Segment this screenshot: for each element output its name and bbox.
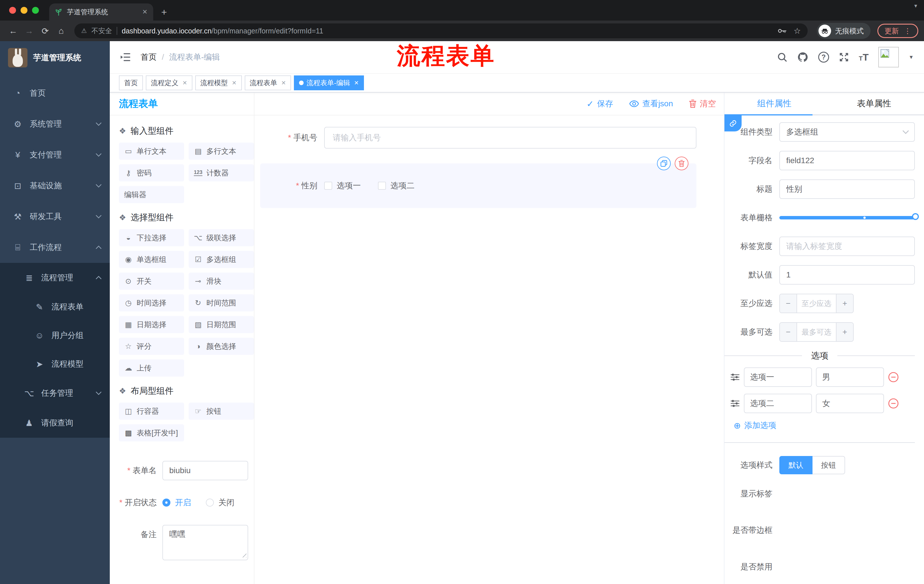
avatar-caret-icon[interactable]: ▼	[909, 54, 914, 60]
palette-item-颜色选择[interactable]: ◑颜色选择	[189, 338, 254, 355]
palette-item-多选框组[interactable]: ☑多选框组	[189, 251, 254, 268]
search-icon[interactable]	[777, 52, 787, 62]
reload-icon[interactable]: ⟳	[38, 26, 53, 36]
status-radio-off[interactable]: 关闭	[206, 497, 234, 508]
clear-button[interactable]: 清空	[689, 98, 716, 109]
stepper-decrease-button[interactable]: −	[780, 294, 797, 313]
checkbox-icon[interactable]	[378, 182, 386, 190]
tab-search-caret-icon[interactable]: ▾	[914, 2, 917, 9]
palette-item-开关[interactable]: ⊙开关	[119, 273, 184, 290]
option-value-input[interactable]	[816, 394, 884, 413]
minimize-window-button[interactable]	[21, 7, 28, 14]
external-link-tag[interactable]	[724, 115, 742, 132]
save-button[interactable]: ✓保存	[586, 98, 613, 109]
field-name-input[interactable]	[779, 151, 915, 170]
fullscreen-icon[interactable]	[839, 52, 849, 62]
palette-item-多行文本[interactable]: ▤多行文本	[189, 143, 254, 160]
palette-item-时间选择[interactable]: ◷时间选择	[119, 294, 184, 311]
zoom-window-button[interactable]	[32, 7, 39, 14]
palette-item-计数器[interactable]: 123计数器	[189, 164, 254, 181]
remove-option-icon[interactable]	[888, 372, 899, 383]
palette-item-时间范围[interactable]: ↻时间范围	[189, 294, 254, 311]
sidebar-item-流程模型[interactable]: ➤流程模型	[0, 350, 110, 378]
sidebar-item-请假查询[interactable]: ♟请假查询	[0, 408, 110, 438]
tab-close-icon[interactable]: ✕	[142, 8, 147, 16]
label-width-input[interactable]	[779, 237, 915, 256]
gender-option-选项二[interactable]: 选项二	[378, 180, 414, 191]
min-select-input[interactable]	[797, 294, 836, 313]
avatar[interactable]	[878, 47, 899, 67]
option-text-input[interactable]	[744, 394, 812, 413]
drag-handle-icon[interactable]	[730, 373, 740, 381]
grid-slider[interactable]	[779, 208, 915, 227]
sidebar-item-流程表单[interactable]: ✎流程表单	[0, 293, 110, 321]
stepper-increase-button[interactable]: +	[836, 323, 853, 341]
breadcrumb-home[interactable]: 首页	[141, 52, 157, 63]
help-icon[interactable]: ?	[818, 52, 829, 63]
key-icon[interactable]	[778, 28, 787, 34]
sidebar-item-支付管理[interactable]: ¥支付管理	[0, 140, 110, 170]
drag-handle-icon[interactable]	[730, 400, 740, 408]
remove-option-icon[interactable]	[888, 398, 899, 409]
new-tab-button[interactable]: +	[161, 7, 167, 21]
tag-close-icon[interactable]: ✕	[182, 79, 187, 86]
sidebar-item-任务管理[interactable]: ⌥任务管理	[0, 378, 110, 408]
component-type-select[interactable]	[779, 122, 915, 142]
status-radio-on[interactable]: 开启	[162, 497, 191, 508]
palette-item-级联选择[interactable]: ⌥级联选择	[189, 229, 254, 246]
max-select-input[interactable]	[797, 323, 836, 341]
palette-item-按钮[interactable]: ☞按钮	[189, 403, 254, 420]
stepper-increase-button[interactable]: +	[836, 294, 853, 313]
sidebar-item-工作流程[interactable]: ⌸工作流程	[0, 232, 110, 263]
palette-item-编辑器[interactable]: 编辑器	[119, 186, 184, 203]
back-icon[interactable]: ←	[6, 26, 21, 36]
option-text-input[interactable]	[744, 367, 812, 387]
phone-input[interactable]	[324, 127, 696, 148]
form-remark-textarea[interactable]: 嘿嘿	[162, 525, 248, 560]
palette-item-日期范围[interactable]: ▧日期范围	[189, 316, 254, 333]
palette-item-行容器[interactable]: ◫行容器	[119, 403, 184, 420]
palette-item-单行文本[interactable]: ▭单行文本	[119, 143, 184, 160]
sidebar-item-流程管理[interactable]: ≣流程管理	[0, 263, 110, 293]
tag-首页[interactable]: 首页	[119, 76, 143, 90]
collapse-sidebar-icon[interactable]	[120, 53, 130, 61]
tab-form-props[interactable]: 表单属性	[824, 92, 924, 114]
font-size-icon[interactable]: TT	[859, 52, 868, 63]
palette-item-日期选择[interactable]: ▦日期选择	[119, 316, 184, 333]
bookmark-star-icon[interactable]: ☆	[794, 26, 801, 36]
segment-default[interactable]: 默认	[779, 456, 812, 474]
copy-component-button[interactable]	[657, 156, 671, 170]
view-json-button[interactable]: 查看json	[629, 98, 673, 109]
chrome-update-button[interactable]: 更新 ⋮	[878, 24, 918, 38]
tag-close-icon[interactable]: ✕	[354, 79, 359, 86]
checkbox-icon[interactable]	[324, 182, 332, 190]
browser-tab[interactable]: 芋道管理系统 ✕	[49, 3, 153, 21]
sidebar-item-首页[interactable]: ◔首页	[0, 78, 110, 109]
github-icon[interactable]	[797, 51, 808, 63]
tag-close-icon[interactable]: ✕	[281, 79, 286, 86]
palette-item-表格[开发中][interactable]: ▩表格[开发中]	[119, 424, 184, 441]
gender-option-选项一[interactable]: 选项一	[324, 180, 361, 191]
sidebar-item-系统管理[interactable]: ⚙系统管理	[0, 109, 110, 140]
palette-item-滑块[interactable]: ⊸滑块	[189, 273, 254, 290]
tag-close-icon[interactable]: ✕	[232, 79, 237, 86]
slider-track[interactable]	[779, 216, 915, 219]
window-controls[interactable]	[9, 7, 39, 14]
sidebar-item-基础设施[interactable]: ⊡基础设施	[0, 170, 110, 201]
browser-menu-icon[interactable]: ⋮	[904, 27, 911, 35]
palette-item-单选框组[interactable]: ◉单选框组	[119, 251, 184, 268]
sidebar-item-研发工具[interactable]: ⚒研发工具	[0, 201, 110, 232]
forward-icon[interactable]: →	[22, 26, 36, 36]
add-option-button[interactable]: ⊕ 添加选项	[724, 420, 915, 431]
palette-item-密码[interactable]: ⚷密码	[119, 164, 184, 181]
sidebar-item-用户分组[interactable]: ☺用户分组	[0, 321, 110, 350]
stepper-decrease-button[interactable]: −	[780, 323, 797, 341]
tab-component-props[interactable]: 组件属性	[724, 92, 824, 114]
default-value-input[interactable]	[779, 265, 915, 285]
option-value-input[interactable]	[816, 367, 884, 387]
home-icon[interactable]: ⌂	[54, 26, 69, 36]
address-bar[interactable]: ⚠ 不安全 dashboard.yudao.iocoder.cn/bpm/man…	[74, 23, 808, 38]
selected-component-gender[interactable]: 性别 选项一选项二	[260, 163, 696, 208]
palette-item-下拉选择[interactable]: ◒下拉选择	[119, 229, 184, 246]
delete-component-button[interactable]	[675, 156, 688, 170]
